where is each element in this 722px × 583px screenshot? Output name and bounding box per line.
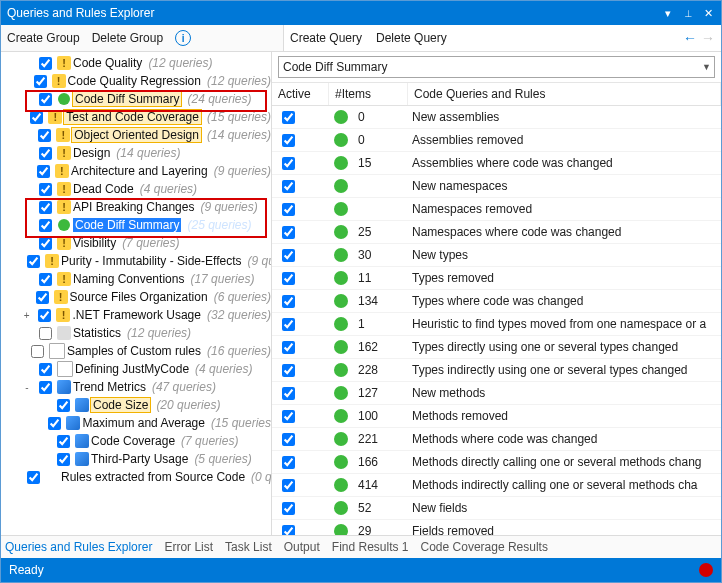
tree-twisty-icon[interactable]: + bbox=[21, 310, 32, 321]
table-row[interactable]: New namespaces bbox=[272, 175, 721, 198]
row-checkbox[interactable] bbox=[282, 479, 295, 492]
query-group-combo[interactable]: Code Diff Summary ▼ bbox=[278, 56, 715, 78]
table-row[interactable]: 134Types where code was changed bbox=[272, 290, 721, 313]
row-checkbox[interactable] bbox=[282, 226, 295, 239]
table-row[interactable]: 221Methods where code was changed bbox=[272, 428, 721, 451]
tree-item[interactable]: Rules extracted from Source Code(0 qu bbox=[1, 468, 271, 486]
tree-checkbox[interactable] bbox=[39, 363, 52, 376]
row-checkbox[interactable] bbox=[282, 249, 295, 262]
tree-checkbox[interactable] bbox=[30, 111, 43, 124]
col-name[interactable]: Code Queries and Rules bbox=[408, 83, 721, 105]
tab-queries-and-rules-explorer[interactable]: Queries and Rules Explorer bbox=[5, 540, 152, 554]
tree-item[interactable]: Architecture and Layering(9 queries) bbox=[1, 162, 271, 180]
tree-checkbox[interactable] bbox=[39, 93, 52, 106]
tree-checkbox[interactable] bbox=[39, 381, 52, 394]
tree-checkbox[interactable] bbox=[48, 417, 61, 430]
table-row[interactable]: 127New methods bbox=[272, 382, 721, 405]
table-row[interactable]: 100Methods removed bbox=[272, 405, 721, 428]
row-checkbox[interactable] bbox=[282, 525, 295, 536]
tree-item[interactable]: Test and Code Coverage(15 queries) bbox=[1, 108, 271, 126]
tree-item[interactable]: Samples of Custom rules(16 queries) bbox=[1, 342, 271, 360]
tree-item[interactable]: Code Coverage(7 queries) bbox=[1, 432, 271, 450]
pin-icon[interactable]: ⟂ bbox=[681, 6, 695, 20]
close-icon[interactable]: ✕ bbox=[701, 6, 715, 20]
tab-task-list[interactable]: Task List bbox=[225, 540, 272, 554]
tree-checkbox[interactable] bbox=[39, 273, 52, 286]
tree-checkbox[interactable] bbox=[39, 237, 52, 250]
tree-item[interactable]: Design(14 queries) bbox=[1, 144, 271, 162]
tree-pane[interactable]: Code Quality(12 queries)Code Quality Reg… bbox=[1, 52, 272, 535]
info-icon[interactable]: i bbox=[175, 30, 191, 46]
tree-checkbox[interactable] bbox=[57, 435, 70, 448]
tree-item[interactable]: Naming Conventions(17 queries) bbox=[1, 270, 271, 288]
table-row[interactable]: 414Methods indirectly calling one or sev… bbox=[272, 474, 721, 497]
tree-item[interactable]: Code Size(20 queries) bbox=[1, 396, 271, 414]
dropdown-icon[interactable]: ▾ bbox=[661, 6, 675, 20]
row-checkbox[interactable] bbox=[282, 433, 295, 446]
tree-item[interactable]: Statistics(12 queries) bbox=[1, 324, 271, 342]
bottom-tabs[interactable]: Queries and Rules ExplorerError ListTask… bbox=[1, 535, 721, 558]
tree-item[interactable]: Code Diff Summary(25 queries) bbox=[1, 216, 271, 234]
record-icon[interactable] bbox=[699, 563, 713, 577]
tree-item[interactable]: API Breaking Changes(9 queries) bbox=[1, 198, 271, 216]
tree-checkbox[interactable] bbox=[57, 399, 70, 412]
create-group-button[interactable]: Create Group bbox=[7, 31, 80, 45]
row-checkbox[interactable] bbox=[282, 295, 295, 308]
results-table[interactable]: Active #Items Code Queries and Rules 0Ne… bbox=[272, 82, 721, 535]
tree-checkbox[interactable] bbox=[38, 309, 51, 322]
tab-find-results-1[interactable]: Find Results 1 bbox=[332, 540, 409, 554]
table-row[interactable]: 1Heuristic to find types moved from one … bbox=[272, 313, 721, 336]
row-checkbox[interactable] bbox=[282, 502, 295, 515]
row-checkbox[interactable] bbox=[282, 157, 295, 170]
table-row[interactable]: 25Namespaces where code was changed bbox=[272, 221, 721, 244]
tree-item[interactable]: Code Diff Summary(24 queries) bbox=[1, 90, 271, 108]
tree-item[interactable]: Object Oriented Design(14 queries) bbox=[1, 126, 271, 144]
table-row[interactable]: 29Fields removed bbox=[272, 520, 721, 535]
tree-checkbox[interactable] bbox=[39, 201, 52, 214]
row-checkbox[interactable] bbox=[282, 341, 295, 354]
row-checkbox[interactable] bbox=[282, 364, 295, 377]
tree-checkbox[interactable] bbox=[39, 57, 52, 70]
tab-error-list[interactable]: Error List bbox=[164, 540, 213, 554]
tree-item[interactable]: -Trend Metrics(47 queries) bbox=[1, 378, 271, 396]
tree-checkbox[interactable] bbox=[39, 327, 52, 340]
table-row[interactable]: 166Methods directly calling one or sever… bbox=[272, 451, 721, 474]
tree-checkbox[interactable] bbox=[31, 345, 44, 358]
row-checkbox[interactable] bbox=[282, 272, 295, 285]
nav-back-icon[interactable]: ← bbox=[683, 30, 697, 46]
row-checkbox[interactable] bbox=[282, 410, 295, 423]
tree-item[interactable]: Third-Party Usage(5 queries) bbox=[1, 450, 271, 468]
row-checkbox[interactable] bbox=[282, 387, 295, 400]
tree-item[interactable]: Code Quality(12 queries) bbox=[1, 54, 271, 72]
create-query-button[interactable]: Create Query bbox=[290, 31, 362, 45]
tree-checkbox[interactable] bbox=[39, 147, 52, 160]
tree-checkbox[interactable] bbox=[36, 291, 49, 304]
tree-checkbox[interactable] bbox=[37, 165, 50, 178]
row-checkbox[interactable] bbox=[282, 456, 295, 469]
row-checkbox[interactable] bbox=[282, 203, 295, 216]
table-row[interactable]: 162Types directly using one or several t… bbox=[272, 336, 721, 359]
col-active[interactable]: Active bbox=[272, 83, 329, 105]
tree-checkbox[interactable] bbox=[27, 471, 40, 484]
tab-output[interactable]: Output bbox=[284, 540, 320, 554]
tree-item[interactable]: Purity - Immutability - Side-Effects(9 q… bbox=[1, 252, 271, 270]
tree-item[interactable]: Dead Code(4 queries) bbox=[1, 180, 271, 198]
tree-item[interactable]: Source Files Organization(6 queries) bbox=[1, 288, 271, 306]
tree-item[interactable]: Defining JustMyCode(4 queries) bbox=[1, 360, 271, 378]
table-row[interactable]: 228Types indirectly using one or several… bbox=[272, 359, 721, 382]
row-checkbox[interactable] bbox=[282, 111, 295, 124]
table-row[interactable]: Namespaces removed bbox=[272, 198, 721, 221]
row-checkbox[interactable] bbox=[282, 180, 295, 193]
table-row[interactable]: 15Assemblies where code was changed bbox=[272, 152, 721, 175]
tree-twisty-icon[interactable]: - bbox=[21, 382, 33, 393]
row-checkbox[interactable] bbox=[282, 318, 295, 331]
tree-item[interactable]: Code Quality Regression(12 queries) bbox=[1, 72, 271, 90]
tree-item[interactable]: Visibility(7 queries) bbox=[1, 234, 271, 252]
tree-item[interactable]: +.NET Framework Usage(32 queries) bbox=[1, 306, 271, 324]
delete-group-button[interactable]: Delete Group bbox=[92, 31, 163, 45]
row-checkbox[interactable] bbox=[282, 134, 295, 147]
tree-checkbox[interactable] bbox=[39, 219, 52, 232]
tree-item[interactable]: Maximum and Average(15 queries bbox=[1, 414, 271, 432]
tree-checkbox[interactable] bbox=[34, 75, 47, 88]
col-items[interactable]: #Items bbox=[329, 83, 408, 105]
